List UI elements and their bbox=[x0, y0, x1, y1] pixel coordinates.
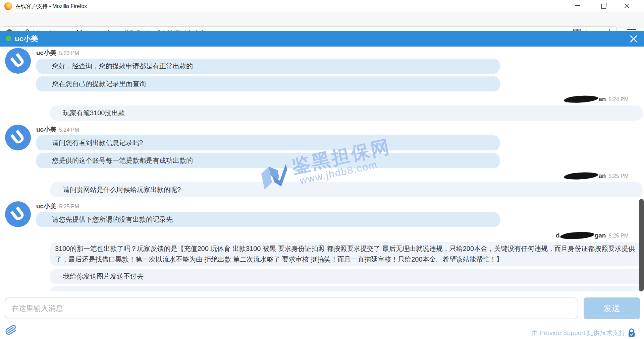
message-composer: 发送 由 Provide Support 提供技术支持 bbox=[0, 291, 644, 339]
online-status-icon bbox=[6, 36, 11, 41]
menu-icon bbox=[627, 29, 636, 30]
visitor-name-prefix: d bbox=[556, 232, 560, 239]
chat-bubble: 请您先提供下您所谓的没有出款的记录先 bbox=[36, 212, 500, 227]
sender-name-row: an5:24 PM bbox=[50, 95, 643, 104]
chat-bubble: 您提供的这个账号每一笔提款都是有成功出款的 bbox=[36, 153, 500, 168]
sender-name-row: uc小美5:25 PM bbox=[36, 202, 500, 211]
agent-avatar: U bbox=[5, 125, 31, 150]
chat-bubble: 3100的那一笔也出款了吗？玩家反馈的是【充值200 玩体育 出款3100 被黑… bbox=[50, 242, 643, 266]
chat-bubble: 请问贵网站是什么时候给玩家出款的呢? bbox=[50, 182, 643, 197]
sender-name-row: uc小美5:24 PM bbox=[36, 125, 500, 134]
visitor-message-group: dgan5:25 PM3100的那一笔也出款了吗？玩家反馈的是【充值200 玩体… bbox=[50, 231, 643, 291]
visitor-name-suffix: an bbox=[598, 172, 606, 179]
maximize-button[interactable] bbox=[596, 1, 611, 11]
chat-bubble-cutoff bbox=[50, 286, 643, 291]
message-time: 5:24 PM bbox=[59, 127, 79, 133]
powered-by-row: 由 Provide Support 提供技术支持 bbox=[531, 328, 635, 337]
firefox-window: 在线客户支持 - Mozilla Firefox https://vm.prov… bbox=[0, 0, 644, 339]
secure-lock-icon[interactable] bbox=[628, 328, 635, 337]
agent-message-group: Uuc小美5:24 PM请问您有看到出款信息记录吗?您提供的这个账号每一笔提款都… bbox=[36, 125, 500, 168]
minimize-icon bbox=[575, 5, 580, 6]
window-title: 在线客户支持 - Mozilla Firefox bbox=[15, 3, 87, 10]
close-button[interactable] bbox=[619, 1, 634, 11]
uc-logo-icon: U bbox=[7, 50, 29, 72]
sender-name-row: dgan5:25 PM bbox=[50, 231, 643, 240]
scrollbar-thumb[interactable] bbox=[639, 199, 644, 291]
message-time: 5:24 PM bbox=[608, 96, 629, 102]
uc-logo-icon: U bbox=[7, 126, 29, 149]
paperclip-icon bbox=[4, 323, 18, 337]
agent-avatar: U bbox=[5, 48, 31, 74]
visitor-message-group: an5:25 PM请问贵网站是什么时候给玩家出款的呢? bbox=[50, 172, 643, 197]
close-icon bbox=[624, 3, 629, 8]
sender-name-row: uc小美5:23 PM bbox=[36, 49, 500, 57]
chat-agent-name: uc小美 bbox=[15, 34, 38, 44]
minimize-button[interactable] bbox=[570, 1, 585, 11]
close-icon bbox=[629, 35, 638, 43]
sender-name: uc小美 bbox=[36, 49, 56, 56]
chat-close-button[interactable] bbox=[629, 35, 638, 43]
chat-bubble: 您好，经查询，您的提款申请都是有正常出款的 bbox=[36, 59, 500, 74]
redacted-name-scribble bbox=[560, 231, 594, 240]
redacted-name-scribble bbox=[564, 172, 598, 180]
message-time: 5:25 PM bbox=[608, 233, 629, 239]
message-time: 5:25 PM bbox=[59, 204, 79, 209]
uc-logo-icon: U bbox=[7, 203, 29, 225]
agent-message-group: Uuc小美5:25 PM请您先提供下您所谓的没有出款的记录先 bbox=[36, 202, 500, 227]
maximize-icon bbox=[601, 4, 606, 9]
powered-by-link[interactable]: 由 Provide Support 提供技术支持 bbox=[531, 329, 625, 337]
chat-header: uc小美 bbox=[0, 31, 644, 47]
message-input[interactable] bbox=[5, 297, 578, 319]
visitor-name-suffix: an bbox=[598, 95, 606, 103]
visitor-message-group: an5:24 PM玩家有笔3100没出款 bbox=[50, 95, 643, 121]
send-button[interactable]: 发送 bbox=[584, 297, 640, 319]
attach-file-button[interactable] bbox=[5, 324, 17, 337]
chat-body: Uuc小美5:23 PM您好，经查询，您的提款申请都是有正常出款的您在您自己的提… bbox=[0, 47, 644, 291]
message-time: 5:25 PM bbox=[608, 173, 629, 179]
firefox-icon bbox=[4, 2, 12, 10]
sender-name: uc小美 bbox=[36, 203, 56, 210]
agent-avatar: U bbox=[5, 201, 31, 227]
chat-bubble: 您在您自己的提款记录里面查询 bbox=[36, 76, 500, 91]
sender-name-row: an5:25 PM bbox=[50, 172, 643, 180]
chat-bubble: 我给你发送图片发送不过去 bbox=[50, 269, 643, 284]
chat-bubble: 玩家有笔3100没出款 bbox=[50, 106, 643, 121]
browser-toolbar: https://vm.providesupport.com/16o3ppbyal… bbox=[0, 12, 644, 27]
redacted-name-scribble bbox=[564, 95, 598, 104]
visitor-name-suffix: gan bbox=[595, 232, 606, 239]
agent-message-group: Uuc小美5:23 PM您好，经查询，您的提款申请都是有正常出款的您在您自己的提… bbox=[36, 49, 500, 91]
window-titlebar: 在线客户支持 - Mozilla Firefox bbox=[0, 0, 644, 12]
message-time: 5:23 PM bbox=[59, 50, 79, 56]
sender-name: uc小美 bbox=[36, 126, 56, 133]
chat-bubble: 请问您有看到出款信息记录吗? bbox=[36, 135, 500, 150]
